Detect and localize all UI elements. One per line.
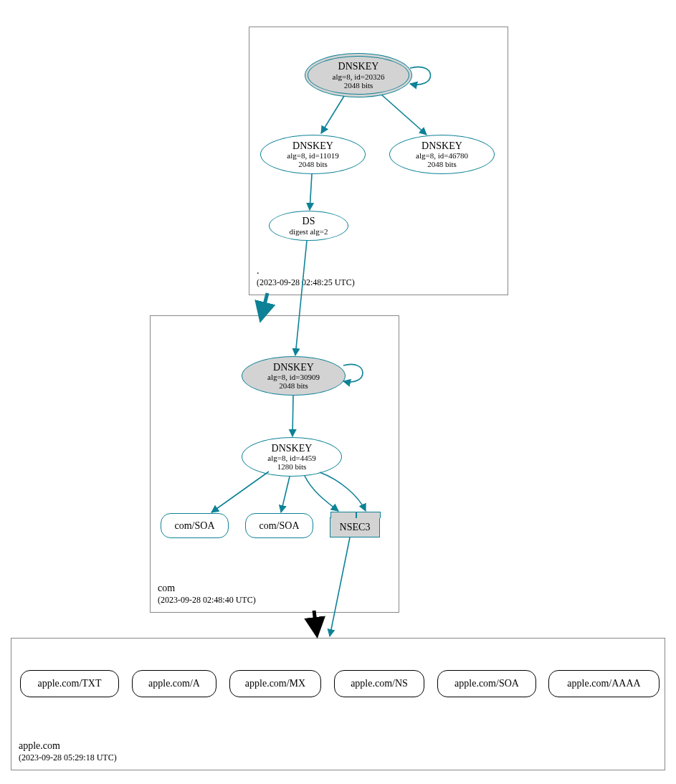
- zone-root-name: .: [257, 264, 355, 277]
- node-root-ksk-l1: alg=8, id=20326: [333, 72, 385, 81]
- zone-com-name: com: [158, 582, 256, 595]
- zone-root-label: . (2023-09-28 02:48:25 UTC): [257, 264, 355, 289]
- node-root-k2-l1: alg=8, id=46780: [416, 151, 468, 160]
- nsec3-tab-1: [330, 512, 356, 518]
- node-root-zsk-l1: alg=8, id=11019: [287, 151, 339, 160]
- node-apple-a-title: apple.com/A: [148, 678, 200, 689]
- node-apple-a: apple.com/A: [132, 670, 216, 697]
- node-com-zsk-title: DNSKEY: [272, 443, 313, 454]
- zone-apple-ts: (2023-09-28 05:29:18 UTC): [19, 752, 117, 764]
- node-root-zsk-l2: 2048 bits: [298, 160, 328, 168]
- node-apple-txt: apple.com/TXT: [20, 670, 119, 697]
- node-com-soa-2-title: com/SOA: [260, 520, 300, 531]
- node-root-ksk-title: DNSKEY: [338, 61, 379, 72]
- node-root-ds-title: DS: [303, 216, 315, 226]
- node-com-zsk-l2: 1280 bits: [277, 462, 307, 471]
- zone-com-ts: (2023-09-28 02:48:40 UTC): [158, 595, 256, 606]
- node-apple-ns: apple.com/NS: [334, 670, 424, 697]
- node-root-ksk-l2: 2048 bits: [344, 81, 373, 90]
- node-apple-txt-title: apple.com/TXT: [37, 678, 101, 689]
- node-root-ds: DS digest alg=2: [269, 211, 348, 241]
- zone-com-label: com (2023-09-28 02:48:40 UTC): [158, 582, 256, 606]
- node-root-ksk: DNSKEY alg=8, id=20326 2048 bits: [305, 53, 412, 97]
- node-com-ksk-l2: 2048 bits: [279, 381, 308, 390]
- node-apple-soa: apple.com/SOA: [437, 670, 536, 697]
- zone-root-ts: (2023-09-28 02:48:25 UTC): [257, 277, 355, 289]
- node-nsec3: NSEC3: [330, 517, 380, 537]
- node-apple-soa-title: apple.com/SOA: [454, 678, 519, 689]
- diagram-canvas: . (2023-09-28 02:48:25 UTC) com (2023-09…: [7, 7, 669, 777]
- node-apple-mx: apple.com/MX: [229, 670, 321, 697]
- zone-apple: apple.com (2023-09-28 05:29:18 UTC): [11, 638, 665, 770]
- node-apple-aaaa: apple.com/AAAA: [548, 670, 660, 697]
- node-apple-aaaa-title: apple.com/AAAA: [567, 678, 640, 689]
- node-nsec3-title: NSEC3: [340, 522, 371, 532]
- node-com-zsk-l1: alg=8, id=4459: [267, 454, 315, 462]
- node-com-soa-1: com/SOA: [161, 513, 229, 538]
- zone-apple-name: apple.com: [19, 740, 117, 752]
- node-root-k2-l2: 2048 bits: [427, 160, 457, 168]
- node-apple-ns-title: apple.com/NS: [351, 678, 408, 689]
- zone-apple-label: apple.com (2023-09-28 05:29:18 UTC): [19, 740, 117, 764]
- node-apple-mx-title: apple.com/MX: [245, 678, 305, 689]
- edge-com-apple-zone: [314, 611, 317, 634]
- node-root-zsk: DNSKEY alg=8, id=11019 2048 bits: [260, 135, 366, 174]
- node-root-k2: DNSKEY alg=8, id=46780 2048 bits: [389, 135, 495, 174]
- node-root-ds-l1: digest alg=2: [289, 227, 328, 236]
- node-com-zsk: DNSKEY alg=8, id=4459 1280 bits: [242, 437, 342, 477]
- node-com-ksk-l1: alg=8, id=30909: [267, 373, 320, 381]
- node-root-zsk-title: DNSKEY: [292, 140, 333, 151]
- node-com-soa-1-title: com/SOA: [175, 520, 215, 531]
- nsec3-tab-2: [356, 512, 381, 518]
- node-com-ksk-title: DNSKEY: [273, 362, 314, 373]
- node-com-ksk: DNSKEY alg=8, id=30909 2048 bits: [242, 356, 346, 396]
- node-com-soa-2: com/SOA: [245, 513, 313, 538]
- node-root-k2-title: DNSKEY: [422, 140, 462, 151]
